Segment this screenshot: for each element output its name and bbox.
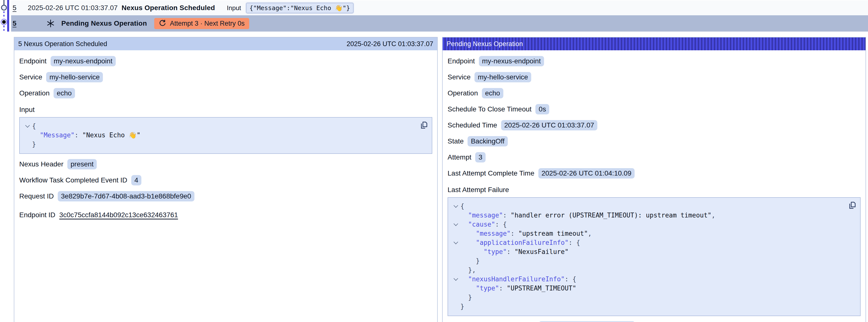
event-row-pending[interactable]: 5 Pending Nexus Operation Attempt 3 · Ne… [11,15,868,32]
json-line: } [451,256,843,265]
panel-title: 5 Nexus Operation Scheduled [18,40,107,48]
json-line: "Message": "Nexus Echo 👋" [23,131,414,140]
json-line-text: { [32,122,36,131]
event-timestamp: 2025-02-26 UTC 01:03:37.07 [28,4,118,12]
timeline-gutter [0,0,11,32]
gutter-spacer [451,256,460,265]
field-value-badge: present [67,159,97,169]
json-line: } [23,140,414,149]
field-label: Attempt [447,153,471,161]
timeline-node-current-icon [2,20,6,24]
event-title: Nexus Operation Scheduled [122,4,215,12]
event-detail-panels: 5 Nexus Operation Scheduled 2025-02-26 U… [14,37,866,322]
json-line-text: } [460,256,479,265]
input-section-label: Input [19,106,432,114]
copy-icon[interactable] [847,201,857,211]
retry-attempt-badge: Attempt 3 · Next Retry 0s [154,18,249,29]
field-value-badge: 4 [131,175,142,185]
panel-pending-nexus-operation: Pending Nexus Operation Endpoint my-nexu… [442,37,866,322]
json-line: }, [451,265,843,275]
json-line-text: "message": "handler error (UPSTREAM_TIME… [460,211,715,220]
field-value-badge: echo [482,88,503,98]
json-line-text: "Message": "Nexus Echo 👋" [32,131,141,140]
field-label: Last Attempt Complete Time [447,169,534,177]
field-value-badge: 3e829b7e-7d67-4b08-aad3-b1e868bfe9e0 [58,191,194,201]
panel-title: Pending Nexus Operation [446,40,523,48]
field-label: Operation [19,89,50,97]
json-line: "type": "UPSTREAM_TIMEOUT" [451,284,843,293]
panel-body: Endpoint my-nexus-endpoint Service my-he… [14,50,437,226]
collapse-chevron-icon[interactable] [451,275,460,284]
field-scheduled-time: Scheduled Time 2025-02-26 UTC 01:03:37.0… [447,120,861,131]
json-line: "applicationFailureInfo": { [451,238,843,247]
json-line: } [451,293,843,302]
field-last-attempt-complete-time: Last Attempt Complete Time 2025-02-26 UT… [447,168,861,179]
copy-icon[interactable] [418,121,428,130]
json-line-text: "type": "NexusFailure" [460,247,568,256]
json-line-text: "message": "upstream timeout", [460,229,592,238]
json-line-text: } [32,140,36,149]
field-state: State BackingOff [447,136,861,147]
json-line: "type": "NexusFailure" [451,247,843,256]
json-line-text: "nexusHandlerFailureInfo": { [460,275,576,284]
collapse-chevron-icon[interactable] [451,202,460,211]
panel-timestamp: 2025-02-26 UTC 01:03:37.07 [347,40,433,48]
panel-body: Endpoint my-nexus-endpoint Service my-he… [443,50,866,322]
json-line: "nexusHandlerFailureInfo": { [451,275,843,284]
field-nexus-header: Nexus Header present [19,159,432,170]
pending-event-title: Pending Nexus Operation [61,20,147,27]
field-label: Service [19,73,42,81]
field-operation: Operation echo [447,88,861,99]
input-json-viewer: { "Message": "Nexus Echo 👋"} [19,117,432,154]
field-value-badge: my-nexus-endpoint [479,56,544,66]
gutter-spacer [451,211,460,220]
json-line-text: "cause": { [460,220,507,229]
gutter-spacer [451,302,460,311]
event-id-link[interactable]: 5 [12,20,17,27]
field-workflow-task-completed-event-id: Workflow Task Completed Event ID 4 [19,174,432,186]
field-label: Schedule To Close Timeout [447,105,531,113]
field-label: Endpoint [19,57,46,65]
field-value-badge: my-hello-service [46,72,103,82]
field-label: Request ID [19,192,54,200]
retry-icon [159,20,166,27]
input-preview-chip: {"Message":"Nexus Echo 👋"} [246,3,353,13]
field-value-badge: BackingOff [468,136,507,147]
json-line-text: } [460,302,464,311]
field-label: Service [447,73,470,81]
json-line: "cause": { [451,220,843,229]
event-id-link[interactable]: 5 [12,4,17,12]
field-value-badge: 3 [475,152,486,162]
field-schedule-to-close-timeout: Schedule To Close Timeout 0s [447,103,861,115]
field-label: Scheduled Time [447,121,497,129]
field-label: Endpoint ID [19,211,55,219]
json-line-text: "type": "UPSTREAM_TIMEOUT" [460,284,576,293]
failure-json-viewer: { "message": "handler error (UPSTREAM_TI… [447,197,861,316]
panel-header: 5 Nexus Operation Scheduled 2025-02-26 U… [14,37,437,50]
gutter-spacer [23,140,32,149]
field-request-id: Request ID 3e829b7e-7d67-4b08-aad3-b1e86… [19,191,432,202]
json-line: { [451,202,843,211]
field-service: Service my-hello-service [19,71,432,83]
json-line-text: { [460,202,464,211]
collapse-chevron-icon[interactable] [23,122,32,131]
json-line-text: }, [460,265,476,275]
field-next-attempt-schedule-time: Next Attempt Schedule Time 2025-02-26 UT… [447,321,861,322]
endpoint-id-link[interactable]: 3c0c75ccfa8144b092c13ce632463761 [59,211,178,219]
gutter-spacer [451,284,460,293]
json-line: } [451,302,843,311]
json-line: "message": "upstream timeout", [451,229,843,238]
collapse-chevron-icon[interactable] [451,220,460,229]
json-line: { [23,122,414,131]
timeline-accent-bar [7,0,9,32]
json-line-text: "applicationFailureInfo": { [460,238,580,247]
collapse-chevron-icon[interactable] [451,238,460,247]
input-label: Input [227,4,241,12]
gutter-spacer [451,293,460,302]
timeline-node-open-icon [1,5,6,10]
field-value-badge: echo [54,88,75,98]
field-label: Endpoint [447,57,475,65]
event-history-rows: 5 2025-02-26 UTC 01:03:37.07 Nexus Opera… [11,0,868,32]
panel-header-striped: Pending Nexus Operation [443,37,866,50]
event-row-scheduled[interactable]: 5 2025-02-26 UTC 01:03:37.07 Nexus Opera… [11,0,868,15]
